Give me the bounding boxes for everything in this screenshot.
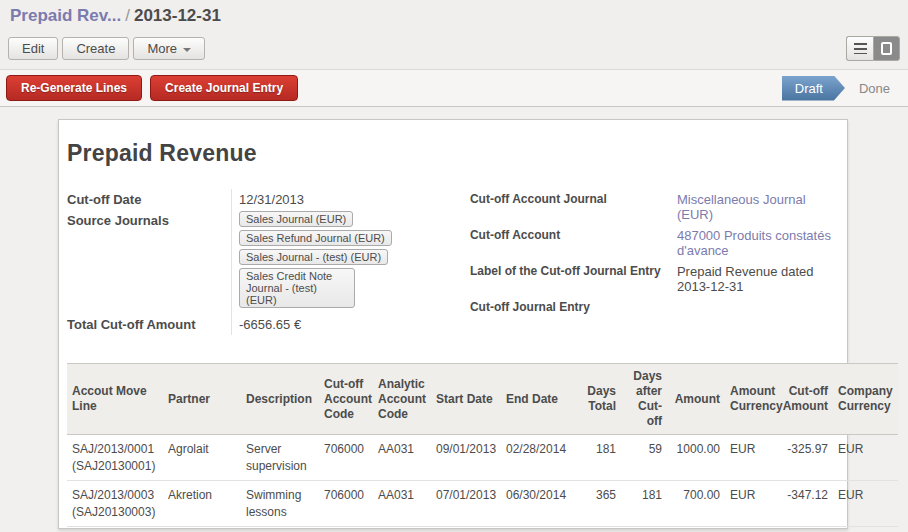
source-journals-tags: Sales Journal (EUR)Sales Refund Journal … — [231, 210, 470, 314]
table-cell: EUR — [833, 435, 898, 481]
table-cell: 181 — [621, 480, 667, 526]
journal-entry-label-value: Prepaid Revenue dated 2013-12-31 — [670, 261, 839, 297]
table-row[interactable]: SAJ/2013/0001 (SAJ20130001)AgrolaitServe… — [67, 435, 898, 481]
table-cell: EUR — [833, 480, 898, 526]
journal-entry-label-label: Label of the Cut-off Journal Entry — [470, 261, 670, 297]
total-cutoff-amount-value: -6656.65 € — [231, 314, 470, 335]
status-states: DraftDone — [782, 76, 902, 101]
table-cell: 1000.00 — [667, 435, 725, 481]
status-state-draft: Draft — [782, 76, 845, 101]
table-cell: 181 — [581, 435, 621, 481]
column-header[interactable]: Accout Move Line — [67, 364, 163, 435]
table-cell: 365 — [581, 480, 621, 526]
table-cell: SAJ/2013/0002 (SAJ20130002) — [67, 526, 163, 532]
column-header[interactable]: Days after Cut-off — [621, 364, 667, 435]
table-body: SAJ/2013/0001 (SAJ20130001)AgrolaitServe… — [67, 435, 898, 532]
table-cell: EUR — [725, 435, 777, 481]
column-header[interactable]: Days Total — [581, 364, 621, 435]
list-icon — [854, 43, 867, 54]
regenerate-lines-button[interactable]: Re-Generate Lines — [6, 75, 142, 101]
column-header[interactable]: Description — [241, 364, 319, 435]
table-cell: Maintenance contract — [241, 526, 319, 532]
column-header[interactable]: Analytic Account Code — [373, 364, 431, 435]
field-cutoff-account: Cut-off Account 487000 Produits constaté… — [470, 225, 839, 261]
field-source-journals: Source Journals Sales Journal (EUR)Sales… — [67, 210, 470, 314]
status-state-done: Done — [847, 76, 902, 101]
form-sheet: Prepaid Revenue Cut-off Date 12/31/2013 … — [58, 119, 848, 529]
more-button[interactable]: More — [133, 37, 205, 60]
column-header[interactable]: Cut-off Amount — [777, 364, 833, 435]
cutoff-journal-entry-label: Cut-off Journal Entry — [470, 297, 670, 317]
table-cell: 706000 — [319, 480, 373, 526]
table-row[interactable]: SAJ/2013/0003 (SAJ20130003)AkretionSwimm… — [67, 480, 898, 526]
table-cell: Swimming lessons — [241, 480, 319, 526]
top-bar: Prepaid Rev.../2013-12-31 Edit Create Mo… — [0, 0, 908, 69]
form-view-button[interactable] — [873, 36, 900, 61]
table-cell: 02/28/2014 — [501, 435, 581, 481]
create-button[interactable]: Create — [62, 37, 129, 60]
status-bar: Re-Generate Lines Create Journal Entry D… — [0, 69, 908, 107]
cutoff-account-journal-label: Cut-off Account Journal — [470, 189, 670, 225]
table-cell: 09/30/2014 — [501, 526, 581, 532]
more-button-label: More — [147, 41, 177, 56]
table-cell: 07/01/2013 — [431, 480, 501, 526]
field-group-left: Cut-off Date 12/31/2013 Source Journals … — [67, 189, 470, 335]
column-header[interactable]: Cut-off Account Code — [319, 364, 373, 435]
column-header[interactable]: Amount Currency — [725, 364, 777, 435]
edit-button[interactable]: Edit — [8, 37, 58, 60]
column-header[interactable]: Start Date — [431, 364, 501, 435]
journal-tag[interactable]: Sales Refund Journal (EUR) — [239, 230, 392, 246]
form-icon — [881, 42, 892, 55]
table-cell: -347.12 — [777, 480, 833, 526]
table-cell: EUR — [833, 526, 898, 532]
table-cell: 10/01/2013 — [431, 526, 501, 532]
table-cell: 706000 — [319, 526, 373, 532]
column-header[interactable]: Partner — [163, 364, 241, 435]
journal-tag[interactable]: Sales Journal - (test) (EUR) — [239, 249, 388, 265]
form-fields: Cut-off Date 12/31/2013 Source Journals … — [67, 189, 839, 335]
journal-tag[interactable]: Sales Credit Note Journal - (test) (EUR) — [239, 268, 355, 308]
cutoff-account-link[interactable]: 487000 Produits constatés d'avance — [677, 228, 831, 258]
field-cutoff-date: Cut-off Date 12/31/2013 — [67, 189, 470, 210]
journal-tag[interactable]: Sales Journal (EUR) — [239, 211, 353, 227]
table-cell: 59 — [621, 435, 667, 481]
table-cell: AA031 — [373, 435, 431, 481]
breadcrumb-parent-link[interactable]: Prepaid Rev... — [10, 6, 121, 25]
cutoff-date-value: 12/31/2013 — [231, 189, 470, 210]
field-cutoff-journal-entry: Cut-off Journal Entry — [470, 297, 839, 317]
breadcrumb-current: 2013-12-31 — [134, 6, 221, 25]
table-cell: 700.00 — [667, 480, 725, 526]
table-cell: AA034 — [373, 526, 431, 532]
breadcrumb: Prepaid Rev.../2013-12-31 — [8, 4, 900, 30]
main-content: Prepaid Revenue Cut-off Date 12/31/2013 … — [0, 107, 908, 529]
table-cell: 365 — [581, 526, 621, 532]
table-cell: Server supervision — [241, 435, 319, 481]
cutoff-date-label: Cut-off Date — [67, 189, 231, 210]
cutoff-account-journal-link[interactable]: Miscellaneous Journal (EUR) — [677, 192, 806, 222]
field-cutoff-account-journal: Cut-off Account Journal Miscellaneous Jo… — [470, 189, 839, 225]
cutoff-journal-entry-value — [670, 297, 839, 317]
table-cell: 09/01/2013 — [431, 435, 501, 481]
list-view-button[interactable] — [846, 36, 873, 61]
table-cell: 273 — [621, 526, 667, 532]
column-header[interactable]: Amount — [667, 364, 725, 435]
column-header[interactable]: End Date — [501, 364, 581, 435]
table-cell: EUR — [725, 480, 777, 526]
table-cell: 8000.00 — [667, 526, 725, 532]
create-journal-entry-button[interactable]: Create Journal Entry — [150, 75, 298, 101]
table-cell: 706000 — [319, 435, 373, 481]
source-journals-label: Source Journals — [67, 210, 231, 314]
field-journal-entry-label: Label of the Cut-off Journal Entry Prepa… — [470, 261, 839, 297]
table-row[interactable]: SAJ/2013/0002 (SAJ20130002)CamptocampMai… — [67, 526, 898, 532]
table-cell: 06/30/2014 — [501, 480, 581, 526]
cutoff-lines-table: Accout Move LinePartnerDescriptionCut-of… — [67, 363, 898, 532]
table-cell: SAJ/2013/0003 (SAJ20130003) — [67, 480, 163, 526]
field-total-cutoff-amount: Total Cut-off Amount -6656.65 € — [67, 314, 470, 335]
table-cell: -5983.56 — [777, 526, 833, 532]
table-header: Accout Move LinePartnerDescriptionCut-of… — [67, 364, 898, 435]
toolbar: Edit Create More — [8, 30, 900, 69]
table-cell: Camptocamp — [163, 526, 241, 532]
table-cell: EUR — [725, 526, 777, 532]
column-header[interactable]: Company Currency — [833, 364, 898, 435]
total-cutoff-amount-label: Total Cut-off Amount — [67, 314, 231, 335]
